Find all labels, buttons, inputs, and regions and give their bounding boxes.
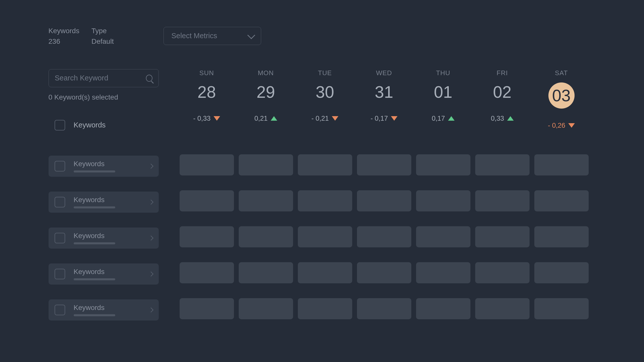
grid-cell[interactable] [416,190,470,211]
grid-cell[interactable] [416,262,470,283]
keyword-checkbox[interactable] [55,161,65,171]
keyword-bar [74,314,115,316]
trend-down-icon [391,116,397,121]
grid-cell[interactable] [534,190,589,211]
grid-cell[interactable] [298,226,352,247]
day-number: 28 [197,82,216,102]
list-header-label: Keywords [74,121,106,129]
grid-cell[interactable] [534,298,589,319]
grid-cell[interactable] [534,262,589,283]
grid-cell[interactable] [357,190,411,211]
day-column[interactable]: SAT 03 - 0,26 [534,69,589,129]
chevron-right-icon [148,236,153,241]
grid-row [180,298,596,319]
keyword-label: Keywords [74,196,141,204]
select-all-checkbox[interactable] [55,120,65,130]
day-name: SUN [199,69,214,77]
day-number: 02 [493,82,511,102]
day-column[interactable]: FRI 02 0,33 [475,69,530,129]
grid-cell[interactable] [239,298,293,319]
keyword-label: Keywords [74,268,141,276]
list-header-row: Keywords [49,120,159,130]
metric-value: - 0,21 [311,115,329,122]
day-metric: 0,21 [254,115,277,122]
grid-cell[interactable] [180,298,234,319]
keywords-label: Keywords [49,27,79,35]
grid-cell[interactable] [357,226,411,247]
grid-cell[interactable] [180,190,234,211]
day-metric: - 0,33 [193,115,220,122]
keyword-label: Keywords [74,160,141,168]
grid-cell[interactable] [416,226,470,247]
keyword-item[interactable]: Keywords [49,263,159,285]
chevron-right-icon [148,307,153,312]
grid-cell[interactable] [475,226,530,247]
day-metric: - 0,26 [548,122,575,129]
day-column[interactable]: MON 29 0,21 [239,69,293,129]
grid-cell[interactable] [239,226,293,247]
grid-cell[interactable] [475,262,530,283]
type-label: Type [91,27,114,35]
metric-value: - 0,17 [371,115,388,122]
grid-cell[interactable] [416,154,470,175]
grid-cell[interactable] [416,298,470,319]
day-number: 03 [548,82,575,109]
grid-cell[interactable] [534,154,589,175]
keyword-bar [74,206,115,208]
keyword-item[interactable]: Keywords [49,156,159,177]
metric-value: - 0,33 [193,115,211,122]
keyword-checkbox[interactable] [55,233,65,243]
day-column[interactable]: WED 31 - 0,17 [357,69,411,129]
grid-cell[interactable] [475,298,530,319]
trend-down-icon [214,116,220,121]
grid-cell[interactable] [475,154,530,175]
keywords-stat: Keywords 236 [49,27,79,46]
grid-cell[interactable] [298,262,352,283]
grid-cell[interactable] [357,154,411,175]
search-input-wrap[interactable] [49,69,159,87]
day-column[interactable]: THU 01 0,17 [416,69,470,129]
keyword-checkbox[interactable] [55,305,65,315]
grid-row [180,190,596,211]
grid-cell[interactable] [239,190,293,211]
grid-cell[interactable] [298,190,352,211]
grid-cell[interactable] [180,154,234,175]
search-icon [146,75,152,82]
grid-cell[interactable] [239,154,293,175]
day-metric: 0,17 [432,115,455,122]
trend-up-icon [271,116,277,121]
trend-down-icon [332,116,338,121]
keyword-bar [74,170,115,172]
keyword-item[interactable]: Keywords [49,299,159,321]
keyword-item[interactable]: Keywords [49,228,159,249]
trend-up-icon [507,116,514,121]
grid-cell[interactable] [357,298,411,319]
grid-cell[interactable] [475,190,530,211]
chevron-right-icon [148,164,153,169]
grid-cell[interactable] [180,262,234,283]
grid-cell[interactable] [298,298,352,319]
grid-cell[interactable] [534,226,589,247]
keyword-item[interactable]: Keywords [49,192,159,213]
day-column[interactable]: TUE 30 - 0,21 [298,69,352,129]
day-number: 01 [434,82,452,102]
chevron-right-icon [148,200,153,205]
search-input[interactable] [55,74,146,82]
type-value: Default [91,37,114,46]
metric-value: 0,33 [491,115,504,122]
keyword-checkbox[interactable] [55,269,65,279]
grid-cell[interactable] [239,262,293,283]
grid-cell[interactable] [180,226,234,247]
day-name: FRI [497,69,508,77]
keyword-checkbox[interactable] [55,197,65,207]
day-metric: 0,33 [491,115,514,122]
day-name: THU [436,69,450,77]
keywords-value: 236 [49,37,79,46]
metrics-select[interactable]: Select Metrics [164,27,261,45]
grid-cell[interactable] [298,154,352,175]
chevron-down-icon [247,31,255,39]
grid-row [180,154,596,175]
grid-cell[interactable] [357,262,411,283]
day-column[interactable]: SUN 28 - 0,33 [180,69,234,129]
keyword-label: Keywords [74,304,141,312]
